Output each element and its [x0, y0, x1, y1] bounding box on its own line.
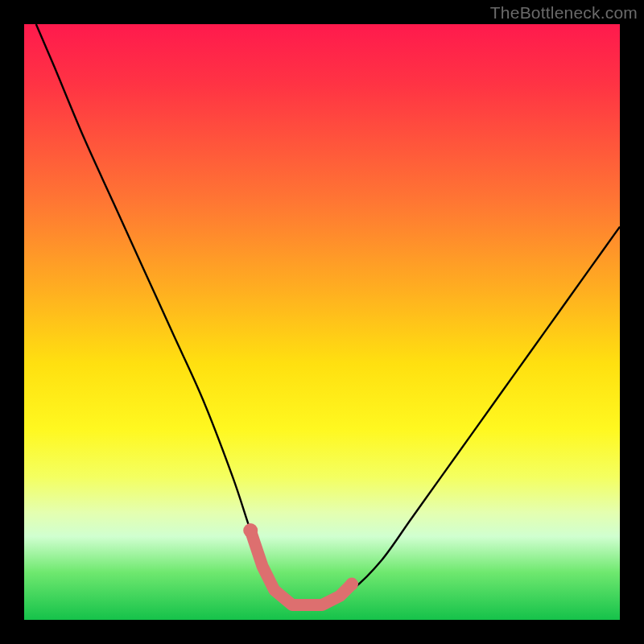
bottleneck-curve	[36, 24, 620, 609]
optimal-range-start-dot	[243, 523, 258, 538]
chart-frame: TheBottleneck.com	[0, 0, 644, 644]
watermark-text: TheBottleneck.com	[490, 3, 638, 23]
chart-svg	[24, 24, 620, 620]
optimal-range-marker	[250, 530, 352, 605]
optimal-range-end-dot	[345, 578, 358, 591]
plot-area	[24, 24, 620, 620]
